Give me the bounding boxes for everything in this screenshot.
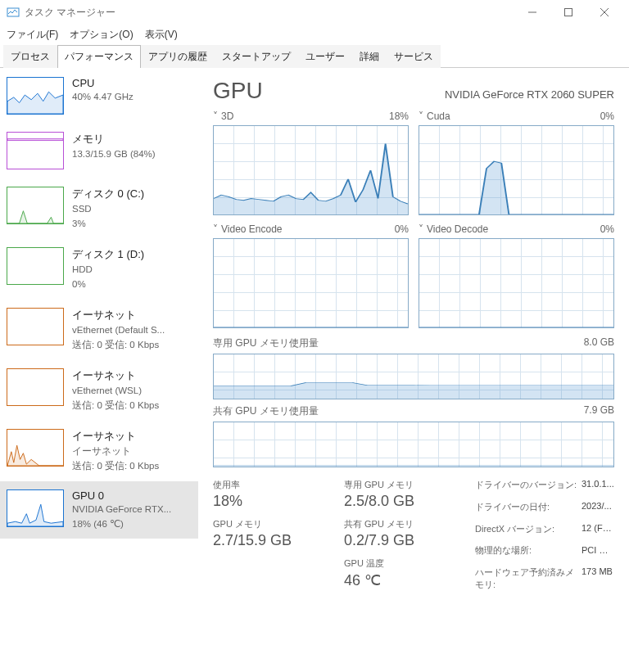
sidebar-item-sub1: イーサネット	[72, 445, 159, 458]
menu-options[interactable]: オプション(O)	[70, 28, 133, 42]
driver-date: 2023/...	[581, 501, 614, 520]
chart-vd-label: Video Decode	[427, 223, 488, 235]
chevron-down-icon: ˅	[419, 110, 423, 122]
shr-label: 共有 GPU メモリ	[344, 518, 467, 530]
sidebar-item-sub1: 13.3/15.9 GB (84%)	[72, 148, 156, 161]
shared-mem-label: 共有 GPU メモリ使用量	[213, 404, 319, 418]
chart-ve-plot	[213, 238, 409, 328]
sidebar-item-sub2: 送信: 0 受信: 0 Kbps	[72, 460, 159, 473]
sidebar-item-title: ディスク 0 (C:)	[72, 187, 144, 201]
sidebar-item-0[interactable]: CPU40% 4.47 GHz	[0, 68, 198, 123]
sidebar-item-sub2: 3%	[72, 218, 144, 231]
sidebar-thumb	[7, 77, 64, 115]
sidebar-item-sub2: 18% (46 ℃)	[72, 518, 171, 531]
sidebar-item-title: ディスク 1 (D:)	[72, 247, 144, 262]
sidebar-item-title: メモリ	[72, 132, 156, 147]
sidebar-item-3[interactable]: ディスク 1 (D:)HDD0%	[0, 238, 198, 299]
sidebar-thumb	[7, 429, 64, 467]
ded-value: 2.5/8.0 GB	[344, 493, 467, 510]
sidebar-item-1[interactable]: メモリ13.3/15.9 GB (84%)	[0, 123, 198, 178]
chart-dedicated-plot	[213, 354, 614, 399]
util-label: 使用率	[213, 479, 336, 491]
sidebar-item-title: CPU	[72, 77, 133, 89]
chart-3d-plot	[213, 125, 409, 215]
loc: PCI バ...	[581, 544, 614, 563]
sidebar-item-4[interactable]: イーサネットvEthernet (Default S...送信: 0 受信: 0…	[0, 299, 198, 359]
sidebar-item-sub2: 0%	[72, 278, 144, 291]
chart-3d[interactable]: ˅3D18%	[213, 110, 409, 215]
menu-view[interactable]: 表示(V)	[145, 28, 178, 42]
sidebar-item-title: イーサネット	[72, 368, 159, 383]
tab-users[interactable]: ユーザー	[298, 45, 352, 68]
menu-file[interactable]: ファイル(F)	[7, 28, 58, 42]
sidebar-item-sub2: 送信: 0 受信: 0 Kbps	[72, 399, 159, 413]
sidebar-item-2[interactable]: ディスク 0 (C:)SSD3%	[0, 178, 198, 238]
titlebar: タスク マネージャー	[0, 0, 629, 25]
gpumem-label: GPU メモリ	[213, 518, 336, 530]
chart-vd-plot	[419, 238, 614, 328]
chart-3d-pct: 18%	[389, 110, 409, 122]
maximize-button[interactable]	[550, 0, 586, 25]
tab-performance[interactable]: パフォーマンス	[57, 45, 141, 68]
tab-app-history[interactable]: アプリの履歴	[141, 45, 215, 68]
menubar: ファイル(F) オプション(O) 表示(V)	[0, 25, 629, 45]
perf-sidebar: CPU40% 4.47 GHzメモリ13.3/15.9 GB (84%)ディスク…	[0, 68, 198, 672]
chart-cuda-pct: 0%	[600, 110, 614, 122]
sidebar-item-title: イーサネット	[72, 308, 165, 322]
tabs: プロセス パフォーマンス アプリの履歴 スタートアップ ユーザー 詳細 サービス	[0, 45, 629, 68]
directx-l: DirectX バージョン:	[475, 523, 581, 542]
chart-cuda[interactable]: ˅Cuda0%	[419, 110, 614, 215]
chart-shared-mem: 共有 GPU メモリ使用量7.9 GB	[213, 404, 614, 467]
chart-video-encode[interactable]: ˅Video Encode0%	[213, 223, 409, 328]
sidebar-item-6[interactable]: イーサネットイーサネット送信: 0 受信: 0 Kbps	[0, 420, 198, 480]
chart-vd-pct: 0%	[600, 223, 614, 235]
sidebar-thumb	[7, 187, 64, 224]
sidebar-item-sub1: vEthernet (WSL)	[72, 385, 159, 398]
chevron-down-icon: ˅	[213, 223, 218, 235]
perf-main: GPU NVIDIA GeForce RTX 2060 SUPER ˅3D18%…	[198, 68, 629, 672]
dedicated-mem-label: 専用 GPU メモリ使用量	[213, 336, 319, 350]
chevron-down-icon: ˅	[419, 223, 423, 235]
sidebar-item-5[interactable]: イーサネットvEthernet (WSL)送信: 0 受信: 0 Kbps	[0, 359, 198, 420]
chart-shared-plot	[213, 422, 614, 467]
shared-mem-max: 7.9 GB	[584, 404, 614, 418]
dedicated-mem-max: 8.0 GB	[584, 336, 614, 350]
minimize-button[interactable]	[514, 0, 550, 25]
loc-l: 物理的な場所:	[475, 544, 581, 563]
page-title: GPU	[213, 78, 263, 104]
temp-label: GPU 温度	[344, 557, 467, 570]
sidebar-item-sub1: NVIDIA GeForce RTX...	[72, 503, 171, 516]
chart-dedicated-mem: 専用 GPU メモリ使用量8.0 GB	[213, 336, 614, 399]
hwres: 173 MB	[581, 566, 614, 598]
sidebar-thumb	[7, 489, 64, 527]
tab-processes[interactable]: プロセス	[3, 45, 57, 68]
sidebar-item-7[interactable]: GPU 0NVIDIA GeForce RTX...18% (46 ℃)	[0, 480, 198, 539]
driver-ver: 31.0.1...	[581, 479, 614, 498]
sidebar-item-sub1: SSD	[72, 203, 144, 216]
shr-value: 0.2/7.9 GB	[344, 532, 467, 549]
temp-value: 46 ℃	[344, 571, 467, 589]
driver-date-l: ドライバーの日付:	[475, 501, 581, 520]
close-button[interactable]	[586, 0, 622, 25]
sidebar-item-sub1: 40% 4.47 GHz	[72, 91, 133, 104]
device-name: NVIDIA GeForce RTX 2060 SUPER	[445, 88, 614, 101]
chart-ve-pct: 0%	[395, 223, 409, 235]
tab-startup[interactable]: スタートアップ	[215, 45, 298, 68]
app-icon	[7, 6, 20, 19]
sidebar-thumb	[7, 368, 64, 406]
chart-ve-label: Video Encode	[221, 223, 283, 235]
ded-label: 専用 GPU メモリ	[344, 479, 467, 491]
tab-services[interactable]: サービス	[387, 45, 441, 68]
chart-video-decode[interactable]: ˅Video Decode0%	[419, 223, 614, 328]
window-title: タスク マネージャー	[25, 6, 115, 20]
sidebar-item-sub1: HDD	[72, 264, 144, 277]
sidebar-thumb	[7, 132, 64, 169]
chart-cuda-plot	[419, 125, 614, 215]
driver-info: ドライバーのバージョン:31.0.1... ドライバーの日付:2023/... …	[475, 479, 614, 598]
gpumem-value: 2.7/15.9 GB	[213, 532, 336, 549]
sidebar-item-title: GPU 0	[72, 489, 171, 502]
tab-details[interactable]: 詳細	[352, 45, 387, 68]
sidebar-item-sub1: vEthernet (Default S...	[72, 324, 165, 337]
svg-rect-2	[565, 9, 572, 16]
sidebar-item-sub2: 送信: 0 受信: 0 Kbps	[72, 339, 165, 352]
